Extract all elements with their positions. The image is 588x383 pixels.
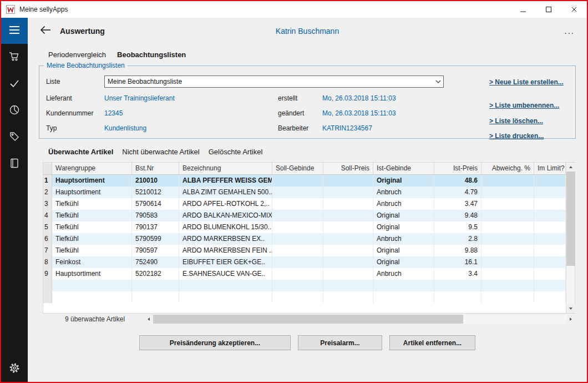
maximize-button[interactable]	[536, 1, 561, 18]
cell-soll-gebinde	[272, 175, 323, 187]
page-title: Auswertung	[60, 27, 105, 36]
cell-warengruppe	[52, 291, 132, 303]
header-bstnr[interactable]: Bst.Nr	[132, 163, 179, 174]
cell-abweichung	[481, 291, 534, 303]
header-abweichung[interactable]: Abweichg. %	[481, 163, 534, 174]
cell-soll-preis	[323, 268, 373, 280]
cell-im-limit	[534, 233, 566, 245]
table-row[interactable]: 7 Tiefkühl 790597 ARDO MARKERBSEN FEIN .…	[43, 245, 566, 256]
preisalarm-button[interactable]: Preisalarm...	[298, 335, 382, 350]
liste-dropdown-value: Meine Beobachtungsliste	[105, 78, 433, 85]
artikel-entfernen-button[interactable]: Artikel entfernen...	[389, 335, 475, 350]
vertical-scroll-track[interactable]	[566, 266, 575, 304]
cell-abweichung	[481, 210, 534, 221]
cell-abweichung	[481, 187, 534, 198]
cell-abweichung	[481, 198, 534, 210]
chevron-down-icon	[433, 80, 443, 83]
horizontal-scrollbar[interactable]	[144, 315, 575, 324]
triangle-up-icon	[569, 166, 572, 168]
liste-label: Liste	[46, 78, 60, 85]
link-liste-drucken[interactable]: > Liste drucken...	[489, 132, 544, 140]
subtab-nicht-ueberwachte-artikel[interactable]: Nicht überwachte Artikel	[122, 148, 199, 156]
cell-abweichung	[481, 280, 534, 291]
subtab-ueberwachte-artikel[interactable]: Überwachte Artikel	[48, 148, 113, 156]
header-soll-preis[interactable]: Soll-Preis	[323, 163, 373, 174]
table-row[interactable]: 9 Hauptsortiment 5202182 E.SAHNESAUCE VA…	[43, 268, 566, 280]
table-body: 1 Hauptsortiment 210010 ALBA PFEFFER WEI…	[43, 175, 566, 303]
subtab-geloeschte-artikel[interactable]: Gelöschte Artikel	[209, 148, 263, 156]
cell-bstnr	[132, 291, 179, 303]
maximize-icon	[546, 6, 551, 14]
article-table: Warengruppe Bst.Nr Bezeichnung Soll-Gebi…	[43, 162, 575, 314]
link-neue-liste-erstellen[interactable]: > Neue Liste erstellen...	[489, 78, 564, 86]
sidebar-item-preise[interactable]	[1, 124, 28, 150]
cell-warengruppe: Tiefkühl	[52, 198, 132, 210]
cell-bstnr: 5790614	[132, 198, 179, 210]
table-row[interactable]: 2 Hauptsortiment 5210012 ALBA ZIMT GEMAH…	[43, 187, 566, 198]
sidebar-item-auswertung[interactable]	[1, 97, 28, 124]
action-buttons: Preisänderung akzeptieren... Preisalarm.…	[28, 335, 587, 350]
cell-abweichung	[481, 245, 534, 256]
table-row[interactable]: 6 Tiefkühl 5790599 ARDO MARKERBSEN EX.. …	[43, 233, 566, 245]
user-name: Katrin Buschmann	[28, 27, 587, 36]
back-button[interactable]	[40, 26, 51, 36]
header-soll-gebinde[interactable]: Soll-Gebinde	[272, 163, 323, 174]
close-icon	[571, 6, 577, 14]
liste-dropdown[interactable]: Meine Beobachtungsliste	[104, 75, 444, 88]
header-ist-gebinde[interactable]: Ist-Gebinde	[373, 163, 434, 174]
cell-warengruppe: Feinkost	[52, 256, 132, 268]
link-liste-loeschen[interactable]: > Liste löschen...	[489, 117, 543, 125]
cell-bstnr: 790137	[132, 221, 179, 233]
table-row[interactable]	[43, 280, 566, 291]
preisaenderung-akzeptieren-button[interactable]: Preisänderung akzeptieren...	[139, 335, 291, 350]
cell-bstnr: 5210012	[132, 187, 179, 198]
header-warengruppe[interactable]: Warengruppe	[52, 163, 132, 174]
vertical-scrollbar[interactable]	[566, 163, 575, 313]
cell-bstnr: 5790599	[132, 233, 179, 245]
cell-warengruppe: Tiefkühl	[52, 245, 132, 256]
cell-soll-gebinde	[272, 256, 323, 268]
menu-button[interactable]	[1, 18, 28, 44]
header-bezeichnung[interactable]: Bezeichnung	[179, 163, 272, 174]
cell-bezeichnung: ARDO BALKAN-MEXICO-MIX..	[179, 210, 272, 221]
close-button[interactable]	[561, 1, 587, 18]
cell-bezeichnung: ARDO MARKERBSEN FEIN ..	[179, 245, 272, 256]
header-im-limit[interactable]: Im Limit?	[534, 163, 566, 174]
triangle-down-icon	[569, 308, 572, 310]
table-header: Warengruppe Bst.Nr Bezeichnung Soll-Gebi…	[43, 163, 566, 175]
sidebar-item-settings[interactable]	[1, 355, 28, 382]
table-row[interactable]: 3 Tiefkühl 5790614 ARDO APFEL-ROTKOHL 2,…	[43, 198, 566, 210]
more-button[interactable]: ...	[564, 26, 575, 36]
cell-abweichung	[481, 175, 534, 187]
link-liste-umbenennen[interactable]: > Liste umbenennen...	[489, 102, 559, 109]
cell-bstnr: 790597	[132, 245, 179, 256]
cell-bstnr: 752490	[132, 256, 179, 268]
row-number-cell: 3	[43, 198, 52, 210]
horizontal-scroll-thumb[interactable]	[153, 315, 463, 324]
cell-bstnr: 790583	[132, 210, 179, 221]
sidebar-item-check[interactable]	[1, 70, 28, 97]
cell-im-limit	[534, 175, 566, 187]
cell-soll-gebinde	[272, 268, 323, 280]
cell-ist-preis	[434, 291, 481, 303]
cell-ist-gebinde: Original	[373, 221, 434, 233]
table-row[interactable]: 8 Feinkost 752490 EIBUFFET EIER GEK+GE..…	[43, 256, 566, 268]
table-row[interactable]	[43, 291, 566, 303]
scroll-up-button[interactable]	[566, 163, 575, 172]
table-row[interactable]: 4 Tiefkühl 790583 ARDO BALKAN-MEXICO-MIX…	[43, 210, 566, 221]
cell-ist-gebinde: Anbruch	[373, 268, 434, 280]
back-arrow-icon	[40, 26, 51, 36]
scroll-left-button[interactable]	[144, 315, 153, 324]
sidebar-item-listen[interactable]	[1, 150, 28, 177]
table-row[interactable]: 1 Hauptsortiment 210010 ALBA PFEFFER WEI…	[43, 175, 566, 187]
vertical-scroll-thumb[interactable]	[566, 172, 575, 266]
table-row[interactable]: 5 Tiefkühl 790137 ARDO BLUMENKOHL 15/30.…	[43, 221, 566, 233]
minimize-button[interactable]	[510, 1, 536, 18]
sidebar-item-cart[interactable]	[1, 44, 28, 70]
journal-icon	[9, 158, 20, 170]
scroll-right-button[interactable]	[566, 315, 575, 324]
scroll-down-button[interactable]	[566, 304, 575, 313]
header-ist-preis[interactable]: Ist-Preis	[434, 163, 481, 174]
tab-beobachtungslisten[interactable]: Beobachtungslisten	[117, 51, 186, 59]
tab-periodenvergleich[interactable]: Periodenvergleich	[48, 51, 106, 59]
